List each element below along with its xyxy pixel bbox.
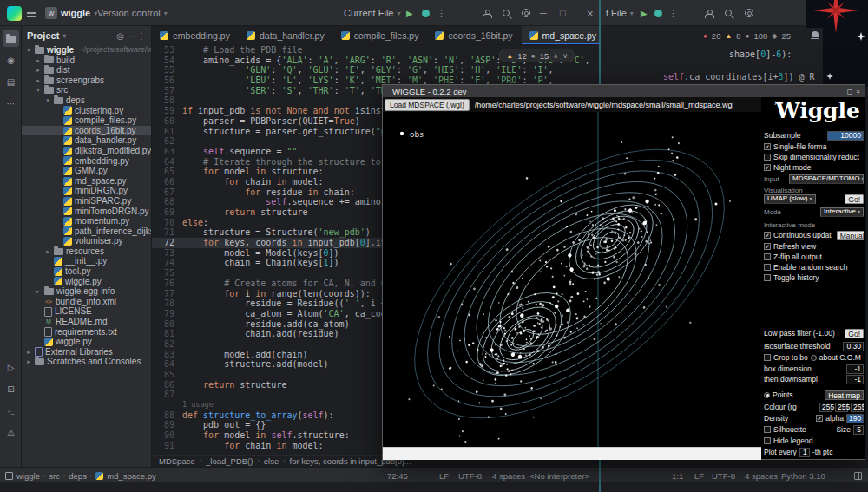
downsample-input[interactable]: -1 <box>846 375 864 384</box>
tree-item-External-Libraries[interactable]: ▸External Libraries <box>22 347 151 358</box>
encoding-widget[interactable]: UTF-8 <box>458 468 482 483</box>
zflip-checkbox[interactable]: Z-flip all output <box>764 252 864 262</box>
maximize-button[interactable]: □ <box>560 0 566 26</box>
caret-position-widget[interactable]: 72:45 <box>387 468 408 483</box>
tree-item-miniDRGN.py[interactable]: miniDRGN.py <box>22 186 151 196</box>
code-with-me-button[interactable] <box>705 0 713 26</box>
checkbox-checked-icon[interactable]: ✓ <box>816 415 823 422</box>
checkbox-icon[interactable] <box>764 426 771 433</box>
mode-dropdown[interactable]: Interactive▾ <box>820 207 864 217</box>
stripe-run-button[interactable]: ▷ <box>3 359 19 376</box>
tree-item-volumiser.py[interactable]: volumiser.py <box>22 236 151 246</box>
hidden-tabs-icon[interactable]: ▾ <box>571 31 575 40</box>
breadcrumb-item[interactable]: else <box>264 456 279 466</box>
tree-item-src[interactable]: ▾src <box>22 85 151 95</box>
debug-button[interactable] <box>654 0 662 26</box>
refresh-view-checkbox[interactable]: ✓ Refresh view <box>764 241 864 252</box>
points-radio[interactable]: Points <box>773 390 793 399</box>
input-dropdown[interactable]: MDSPACE/MDTOMO▾ <box>789 174 864 184</box>
tree-item-miniTomoDRGN.py[interactable]: miniTomoDRGN.py <box>22 207 151 217</box>
settings-button[interactable] <box>745 0 753 26</box>
tab-compile_files.py[interactable]: compile_files.py <box>333 26 428 44</box>
stripe-project-button[interactable] <box>3 30 19 47</box>
panel-options-icon[interactable]: ⋮ <box>137 31 146 41</box>
run-config-widget[interactable]: t File ▾ <box>606 0 634 26</box>
tree-item-wiggle.egg-info[interactable]: ▸wiggle.egg-info <box>22 286 151 297</box>
subsample-input[interactable]: 10000 <box>827 131 864 141</box>
more-run-actions-button[interactable]: ⋮ <box>668 0 678 26</box>
tree-item-data_handler.py[interactable]: data_handler.py <box>22 135 151 146</box>
stripe-more-button[interactable]: ⋯ <box>3 95 19 112</box>
code-with-me-button[interactable] <box>483 0 490 26</box>
hide-legend-checkbox[interactable]: Hide legend <box>764 436 864 446</box>
night-mode-checkbox[interactable]: ✓ Night mode <box>764 162 864 173</box>
tree-item-dijkstra_modified.py[interactable]: dijkstra_modified.py <box>22 146 151 156</box>
visualisation-dropdown[interactable]: UMAP (slow)▾ <box>764 194 816 204</box>
stripe-services-button[interactable]: ⊡ <box>3 381 19 397</box>
collapse-all-icon[interactable]: ─ <box>128 31 134 41</box>
wiggle-titlebar[interactable]: WIGGLE - 0.2.2 dev ◻ × <box>383 85 865 97</box>
size-input[interactable]: 5 <box>853 425 864 435</box>
tree-item-dist[interactable]: ▸dist <box>22 65 151 75</box>
search-everywhere-button[interactable] <box>725 0 732 26</box>
encoding-widget[interactable]: UTF-8 <box>712 468 735 483</box>
run-button[interactable]: ▶ <box>641 0 648 26</box>
isosurface-input[interactable]: 0.30 <box>843 342 864 351</box>
plot-every-input[interactable]: 1 <box>799 448 810 457</box>
tree-item-wiggle.py[interactable]: wiggle.py <box>22 277 151 287</box>
line-ending-widget[interactable]: LF <box>694 468 704 483</box>
nav-bar[interactable]: wiggle› src› deps› md_space.py <box>5 468 156 483</box>
minimize-button[interactable]: ─ <box>540 0 547 26</box>
tree-item-resources[interactable]: ▸resources <box>22 246 151 257</box>
tree-item-md_space.py[interactable]: md_space.py <box>22 176 151 187</box>
interpreter-widget[interactable]: Python 3.10 <box>781 468 825 483</box>
tree-item-__init__.py[interactable]: __init__.py <box>22 256 151 266</box>
tree-item-compile_files.py[interactable]: compile_files.py <box>22 115 151 126</box>
load-mdspace-button[interactable]: Load MDSPACE (.wgl) <box>385 99 470 111</box>
colour-b-input[interactable]: 255 <box>851 403 864 412</box>
breadcrumb-item[interactable]: MDSpace <box>159 456 195 466</box>
close-button[interactable]: × <box>587 0 594 26</box>
tab-data_handler.py[interactable]: data_handler.py <box>239 26 333 44</box>
tab-embedding.py[interactable]: embedding.py <box>152 26 239 44</box>
single-file-checkbox[interactable]: ✓ Single-file forma <box>764 141 864 152</box>
checkbox-icon[interactable] <box>764 354 771 361</box>
tree-item-momentum.py[interactable]: momentum.py <box>22 216 151 226</box>
manual-button[interactable]: Manual <box>837 231 864 240</box>
random-search-checkbox[interactable]: Enable random search <box>764 262 864 272</box>
go-button[interactable]: Go! <box>845 329 864 338</box>
colour-g-input[interactable]: 255 <box>835 403 848 412</box>
tree-item-wiggle[interactable]: ▾wiggle~/projects/software/wigg <box>22 45 151 56</box>
plot-canvas[interactable]: obs <box>383 112 761 447</box>
radio-icon[interactable] <box>811 355 817 361</box>
vcs-widget[interactable]: Version control ▾ <box>97 0 168 26</box>
toggle-history-checkbox[interactable]: Toggle history <box>764 272 864 283</box>
search-everywhere-button[interactable] <box>503 0 510 26</box>
radio-selected-icon[interactable] <box>764 392 770 398</box>
tree-item-build[interactable]: ▸build <box>22 56 151 66</box>
wiggle-maximize-icon[interactable]: ◻ <box>847 88 853 95</box>
stripe-commit-button[interactable]: ◉ <box>3 52 19 69</box>
tree-item-coords_16bit.py[interactable]: coords_16bit.py <box>22 126 151 136</box>
run-config-widget[interactable]: Current File ▾ <box>344 0 400 26</box>
stripe-structure-button[interactable]: ▤ <box>3 74 19 90</box>
more-run-actions-button[interactable]: ⋮ <box>437 0 446 26</box>
matplotlib-toolbar[interactable] <box>383 447 761 460</box>
prev-issue-icon[interactable]: ∧ <box>553 52 558 60</box>
stripe-terminal-button[interactable]: >_ <box>3 403 19 419</box>
tree-item-embedding.py[interactable]: embedding.py <box>22 156 151 167</box>
next-issue-icon[interactable]: ∨ <box>562 52 568 60</box>
tree-item-LICENSE[interactable]: LICENSE <box>22 306 151 317</box>
tree-item-path_inference_dijkstra.py[interactable]: path_inference_dijkstra.py <box>22 226 151 237</box>
box-dimension-input[interactable]: -1 <box>846 364 864 374</box>
interpreter-widget[interactable]: <No interpreter> <box>529 468 589 483</box>
project-widget[interactable]: w wiggle ▾ <box>45 0 97 26</box>
pycharm-logo-icon[interactable] <box>7 0 22 26</box>
main-menu-button[interactable] <box>27 0 36 26</box>
breadcrumb-item[interactable]: _load_PDB() <box>206 456 253 466</box>
inspections-widget[interactable]: ▲ 12 ● 15 ∧ ∨ <box>499 49 575 62</box>
wiggle-close-icon[interactable]: × <box>856 88 860 95</box>
debug-button[interactable] <box>422 0 430 26</box>
continuous-update-checkbox[interactable]: ✓ Continuous updat Manual <box>764 230 864 240</box>
code-line-55[interactable]: 55 'GLN': 'Q', 'GLU': 'E', 'GLY': 'G', '… <box>152 65 599 75</box>
